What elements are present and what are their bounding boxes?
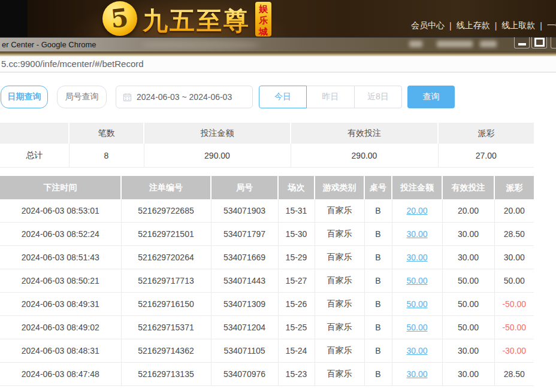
column-header: 局号 <box>211 176 278 199</box>
column-header: 投注金额 <box>392 176 442 199</box>
table-cell: B <box>364 246 392 269</box>
logo-glyph: 5 <box>110 5 129 32</box>
table-cell: 百家乐 <box>315 246 364 269</box>
column-header: 下注时间 <box>0 176 121 199</box>
site-header: 5 九五至尊 娱乐城 会员中心|线上存款|线上取款|一键回收 <box>0 0 556 37</box>
table-cell: 2024-06-03 08:48:31 <box>0 339 121 363</box>
bet-amount-link[interactable]: 30.00 <box>392 246 442 269</box>
bet-records-table: 下注时间注单编号局号场次游戏类别桌号投注金额有效投注派彩2024-06-03 0… <box>0 176 534 386</box>
table-cell: 百家乐 <box>315 363 364 386</box>
quick-filter-today[interactable]: 今日 <box>259 86 307 108</box>
top-nav-link-0[interactable]: 会员中心 <box>411 20 445 31</box>
table-cell: 2024-06-03 08:51:43 <box>0 246 121 269</box>
table-cell: 8 <box>69 144 144 168</box>
header-row: 下注时间注单编号局号场次游戏类别桌号投注金额有效投注派彩 <box>0 176 534 199</box>
date-range-input[interactable]: 2024-06-03 ~ 2024-06-03 <box>116 86 253 108</box>
table-cell: B <box>364 339 392 363</box>
table-cell: 15-30 <box>278 223 315 246</box>
bet-amount-link[interactable]: 20.00 <box>392 199 442 223</box>
maximize-icon <box>534 38 545 47</box>
table-cell: -30.00 <box>494 339 534 363</box>
table-cell: 50.00 <box>494 269 534 293</box>
table-cell: 534071903 <box>211 199 278 223</box>
bet-amount-link[interactable]: 50.00 <box>392 269 442 293</box>
column-header: 注单编号 <box>121 176 211 199</box>
tab-round-query[interactable]: 局号查询 <box>57 86 107 108</box>
date-range-value: 2024-06-03 ~ 2024-06-03 <box>137 92 232 102</box>
minimize-icon <box>518 43 526 45</box>
bet-amount-link[interactable]: 30.00 <box>392 363 442 386</box>
top-nav-link-3[interactable]: 一键回收 <box>547 20 556 31</box>
table-cell: 521629717713 <box>121 269 211 293</box>
table-cell: 2024-06-03 08:50:21 <box>0 269 121 293</box>
header-row: 笔数投注金额有效投注派彩 <box>0 123 534 144</box>
table-cell: 27.00 <box>438 144 534 168</box>
table-row: 2024-06-03 08:53:01521629722685534071903… <box>0 199 534 223</box>
table-cell: 2024-06-03 08:52:24 <box>0 223 121 246</box>
redacted-text-blur <box>480 41 497 47</box>
column-header: 游戏类别 <box>315 176 364 199</box>
top-nav-link-1[interactable]: 线上存款 <box>457 20 490 31</box>
table-cell: -50.00 <box>494 293 534 316</box>
redacted-text-blur <box>409 41 422 47</box>
column-header: 有效投注 <box>291 123 438 144</box>
table-cell: 521629716150 <box>121 293 211 316</box>
column-header: 笔数 <box>69 123 144 144</box>
table-cell: 总计 <box>0 144 69 168</box>
table-cell: 534071443 <box>211 269 278 293</box>
table-cell: 2024-06-03 08:49:31 <box>0 293 121 316</box>
table-cell: 534071204 <box>211 316 278 339</box>
bet-amount-link[interactable]: 30.00 <box>392 223 442 246</box>
maximize-button[interactable] <box>531 37 547 48</box>
calendar-icon <box>123 93 132 102</box>
table-cell: 534071309 <box>211 293 278 316</box>
table-row: 2024-06-03 08:49:31521629716150534071309… <box>0 293 534 316</box>
table-cell: 15-26 <box>278 293 315 316</box>
minimize-button[interactable] <box>514 37 530 48</box>
bet-amount-link[interactable]: 50.00 <box>392 316 442 339</box>
quick-filter-yesterday[interactable]: 昨日 <box>307 86 354 108</box>
table-cell: 百家乐 <box>315 316 364 339</box>
titlebar-bevel <box>0 51 556 56</box>
table-cell: 2024-06-03 08:47:48 <box>0 363 121 386</box>
table-cell: 50.00 <box>442 293 494 316</box>
table-cell: 30.00 <box>442 246 494 269</box>
logo-icon: 5 <box>102 1 137 36</box>
table-cell: 28.50 <box>494 363 534 386</box>
table-cell: B <box>364 363 392 386</box>
column-header: 派彩 <box>494 176 534 199</box>
table-row: 2024-06-03 08:49:02521629715371534071204… <box>0 316 534 339</box>
table-cell: 521629714362 <box>121 339 211 363</box>
table-cell: 百家乐 <box>315 269 364 293</box>
search-button[interactable]: 查询 <box>407 86 455 108</box>
quick-filter-last8days[interactable]: 近8日 <box>354 86 402 108</box>
close-button[interactable] <box>551 37 556 48</box>
table-cell: 521629720264 <box>121 246 211 269</box>
top-nav: 会员中心|线上存款|线上取款|一键回收 <box>411 14 556 37</box>
site-badge: 娱乐城 <box>255 2 271 37</box>
table-cell: B <box>364 293 392 316</box>
header-dark-strip <box>0 0 28 37</box>
window-titlebar: er Center - Google Chrome <box>0 37 556 51</box>
table-row: 2024-06-03 08:48:31521629714362534071105… <box>0 339 534 363</box>
nav-separator: | <box>540 21 542 31</box>
bet-amount-link[interactable]: 30.00 <box>392 339 442 363</box>
table-cell: 30.00 <box>442 339 494 363</box>
tab-date-query[interactable]: 日期查询 <box>1 86 48 108</box>
table-cell: 534070976 <box>211 363 278 386</box>
table-cell: 50.00 <box>442 316 494 339</box>
table-cell: 百家乐 <box>315 223 364 246</box>
table-cell: 15-29 <box>278 246 315 269</box>
column-header: 派彩 <box>438 123 534 144</box>
summary-table: 笔数投注金额有效投注派彩总计8290.00290.0027.00 <box>0 123 534 168</box>
table-cell: 534071669 <box>211 246 278 269</box>
table-cell: 2024-06-03 08:49:02 <box>0 316 121 339</box>
address-bar[interactable]: 5.cc:9900/infe/mcenter/#/betRecord <box>0 56 556 72</box>
table-cell: 521629715371 <box>121 316 211 339</box>
top-nav-link-2[interactable]: 线上取款 <box>501 20 535 31</box>
table-cell: 百家乐 <box>315 339 364 363</box>
bet-amount-link[interactable]: 50.00 <box>392 293 442 316</box>
table-cell: 百家乐 <box>315 293 364 316</box>
table-cell: 290.00 <box>144 144 291 168</box>
titlebar-glare <box>141 40 261 50</box>
